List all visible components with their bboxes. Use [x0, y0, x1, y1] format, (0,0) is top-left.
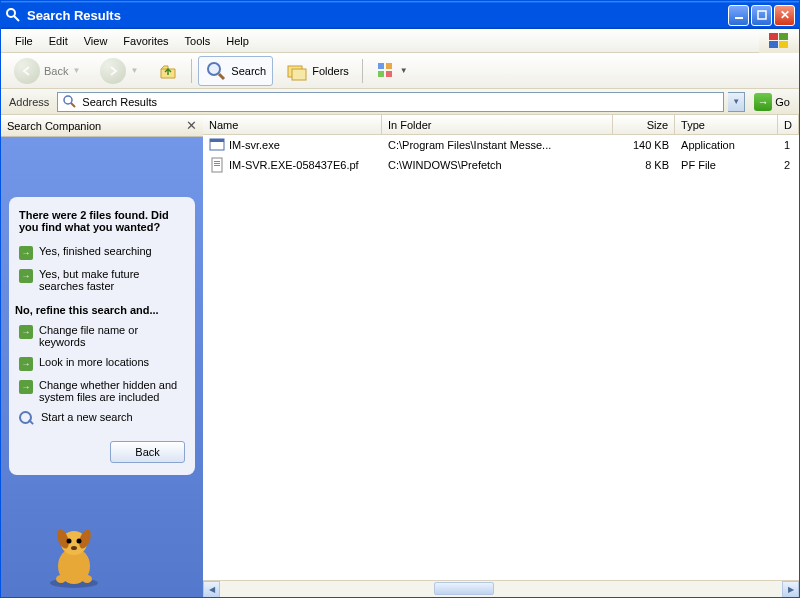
- svg-point-26: [56, 575, 66, 583]
- result-row[interactable]: IM-svr.exeC:\Program Files\Instant Messe…: [203, 135, 799, 155]
- opt-more-locations[interactable]: →Look in more locations: [19, 352, 185, 375]
- column-headers: Name In Folder Size Type D: [203, 115, 799, 135]
- file-folder: C:\Program Files\Instant Messe...: [382, 139, 613, 151]
- scroll-thumb[interactable]: [434, 582, 494, 595]
- folder-up-icon: [158, 61, 178, 81]
- folders-label: Folders: [312, 65, 349, 77]
- menu-file[interactable]: File: [7, 32, 41, 50]
- svg-line-1: [14, 16, 19, 21]
- svg-point-16: [64, 96, 72, 104]
- horizontal-scrollbar[interactable]: ◀ ▶: [203, 580, 799, 597]
- svg-point-25: [71, 546, 77, 550]
- toolbar: Back ▼ ▼ Search Folders ▼: [1, 53, 799, 89]
- address-dropdown[interactable]: ▼: [728, 92, 745, 112]
- opt-change-name[interactable]: →Change file name or keywords: [19, 320, 185, 352]
- window-controls: ✕: [728, 5, 795, 26]
- search-dog-icon[interactable]: [39, 521, 109, 591]
- svg-rect-13: [386, 63, 392, 69]
- col-type[interactable]: Type: [675, 115, 778, 134]
- svg-rect-4: [769, 33, 778, 40]
- svg-point-8: [208, 63, 220, 75]
- chevron-down-icon: ▼: [72, 66, 80, 75]
- search-results-icon: [62, 94, 78, 110]
- views-button[interactable]: ▼: [369, 57, 415, 85]
- col-size[interactable]: Size: [613, 115, 675, 134]
- col-name[interactable]: Name: [203, 115, 382, 134]
- search-balloon: There were 2 files found. Did you find w…: [9, 197, 195, 475]
- search-button[interactable]: Search: [198, 56, 273, 86]
- chevron-down-icon: ▼: [732, 97, 740, 106]
- file-date: 1: [778, 139, 799, 151]
- svg-rect-6: [769, 41, 778, 48]
- up-button[interactable]: [151, 57, 185, 85]
- separator: [362, 59, 363, 83]
- file-folder: C:\WINDOWS\Prefetch: [382, 159, 613, 171]
- svg-line-17: [71, 103, 75, 107]
- svg-rect-12: [378, 63, 384, 69]
- go-label: Go: [775, 96, 790, 108]
- menu-tools[interactable]: Tools: [177, 32, 219, 50]
- go-arrow-icon: →: [754, 93, 772, 111]
- search-pane-content: There were 2 files found. Did you find w…: [1, 137, 203, 597]
- opt-new-search[interactable]: Start a new search: [19, 407, 185, 431]
- file-date: 2: [778, 159, 799, 171]
- forward-icon: [100, 58, 126, 84]
- svg-point-0: [7, 9, 15, 17]
- opt-hidden-files[interactable]: →Change whether hidden and system files …: [19, 375, 185, 407]
- folders-icon: [286, 60, 308, 82]
- back-button[interactable]: Back ▼: [7, 54, 87, 88]
- search-pane-title: Search Companion: [7, 120, 186, 132]
- results-pane: Name In Folder Size Type D IM-svr.exeC:\…: [203, 115, 799, 597]
- svg-rect-3: [758, 11, 766, 19]
- file-type: PF File: [675, 159, 778, 171]
- chevron-down-icon: ▼: [130, 66, 138, 75]
- menu-view[interactable]: View: [76, 32, 116, 50]
- titlebar[interactable]: Search Results ✕: [1, 1, 799, 29]
- scroll-right-button[interactable]: ▶: [782, 581, 799, 598]
- balloon-back-button[interactable]: Back: [110, 441, 185, 463]
- file-icon: [209, 137, 225, 153]
- folders-button[interactable]: Folders: [279, 56, 356, 86]
- close-button[interactable]: ✕: [774, 5, 795, 26]
- maximize-button[interactable]: [751, 5, 772, 26]
- col-date[interactable]: D: [778, 115, 799, 134]
- scroll-left-button[interactable]: ◀: [203, 581, 220, 598]
- svg-rect-32: [214, 163, 220, 164]
- file-size: 140 KB: [613, 139, 675, 151]
- scroll-track[interactable]: [220, 581, 782, 598]
- forward-button[interactable]: ▼: [93, 54, 145, 88]
- arrow-icon: →: [19, 325, 33, 339]
- refine-header: No, refine this search and...: [15, 304, 185, 316]
- svg-rect-2: [735, 17, 743, 19]
- menu-favorites[interactable]: Favorites: [115, 32, 176, 50]
- svg-rect-5: [779, 33, 788, 40]
- address-value: Search Results: [82, 96, 157, 108]
- svg-rect-29: [210, 139, 224, 142]
- col-folder[interactable]: In Folder: [382, 115, 613, 134]
- opt-finished[interactable]: →Yes, finished searching: [19, 241, 185, 264]
- search-icon: [5, 7, 21, 23]
- opt-faster[interactable]: →Yes, but make future searches faster: [19, 264, 185, 296]
- arrow-icon: →: [19, 246, 33, 260]
- file-name: IM-svr.exe: [229, 139, 280, 151]
- separator: [191, 59, 192, 83]
- svg-point-24: [77, 539, 82, 544]
- balloon-header: There were 2 files found. Did you find w…: [19, 209, 185, 233]
- menu-edit[interactable]: Edit: [41, 32, 76, 50]
- minimize-button[interactable]: [728, 5, 749, 26]
- magnifier-icon: [19, 411, 35, 427]
- addressbar: Address Search Results ▼ → Go: [1, 89, 799, 115]
- file-type: Application: [675, 139, 778, 151]
- svg-rect-15: [386, 71, 392, 77]
- svg-rect-11: [292, 69, 306, 80]
- address-label: Address: [5, 96, 53, 108]
- result-row[interactable]: IM-SVR.EXE-058437E6.pfC:\WINDOWS\Prefetc…: [203, 155, 799, 175]
- menu-help[interactable]: Help: [218, 32, 257, 50]
- search-pane-header: Search Companion ✕: [1, 115, 203, 137]
- address-field[interactable]: Search Results: [57, 92, 724, 112]
- go-button[interactable]: → Go: [749, 91, 795, 113]
- search-pane-close[interactable]: ✕: [186, 118, 197, 133]
- body: Search Companion ✕ There were 2 files fo…: [1, 115, 799, 597]
- arrow-icon: →: [19, 380, 33, 394]
- search-label: Search: [231, 65, 266, 77]
